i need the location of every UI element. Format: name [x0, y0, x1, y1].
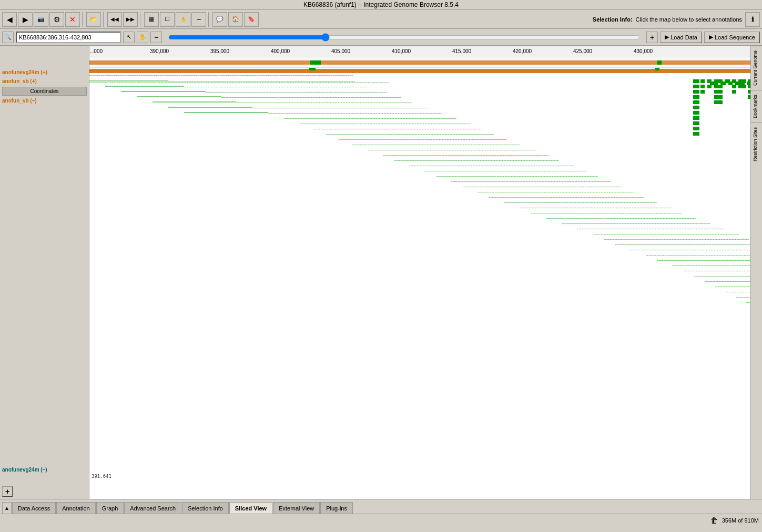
svg-text:←←←←←←←←←←←←←←←←←←←←←←←←←←←←←←: ←←←←←←←←←←←←←←←←←←←←←←←←←←←←←←←←←←←←←←←←… [684, 269, 750, 272]
ruler-tick-3: 395,000 [210, 48, 229, 54]
svg-text:←←←←←←←←←←←←←←←←←←←←←←←←←←←←←←: ←←←←←←←←←←←←←←←←←←←←←←←←←←←←←←←←←←←←←←←←… [300, 122, 471, 125]
open-button[interactable]: 📂 [86, 12, 101, 27]
svg-text:←←←←←←←←←←←←←←←←←←←←←←←←←←←←←←: ←←←←←←←←←←←←←←←←←←←←←←←←←←←←←←←←←←←←←←←←… [715, 285, 750, 288]
bookmark-button[interactable]: 🔖 [244, 12, 259, 27]
hand-mode-button[interactable]: ✋ [137, 32, 148, 43]
tab-arrow-button[interactable]: ▲ [2, 502, 12, 514]
track-label-anofunevg24m-plus[interactable]: anofunevg24m (+) [0, 68, 89, 77]
home-button[interactable]: 🏠 [228, 12, 243, 27]
zoom-out-button[interactable]: − [191, 12, 206, 27]
svg-text:←←←←←←←←←←←←←←←←←←←←←←←←←←←←←←: ←←←←←←←←←←←←←←←←←←←←←←←←←←←←←←←←←←←←←←←←… [451, 180, 611, 183]
svg-rect-26 [700, 85, 705, 88]
svg-rect-71 [693, 121, 699, 125]
svg-rect-27 [707, 85, 712, 88]
toolbar: ◀ ▶ 📷 ⚙ ✕ 📂 ◀◀ ▶▶ ▦ ☐ ✋ − 💬 🏠 🔖 Selectio… [0, 10, 762, 29]
svg-text:←←←+←←←←←+←←←←←←←←←←←←←←←←←+←←: ←←←+←←←←←+←←←←←←←←←←←←←←←←←+←←←←←←←←←←←←… [89, 73, 353, 77]
layout-button[interactable]: ▦ [144, 12, 159, 27]
settings-button[interactable]: ⚙ [49, 12, 64, 27]
svg-rect-39 [732, 90, 736, 94]
svg-rect-1 [309, 68, 316, 70]
svg-text:←←←←←←←←←←←←←←←←←←←←←←←←←←←←←←: ←←←←←←←←←←←←←←←←←←←←←←←←←←←←←←←←←←←←←←←←… [477, 190, 634, 193]
toolbar-separator [82, 12, 84, 27]
back-button[interactable]: ◀ [2, 12, 17, 27]
nav-back-button[interactable]: ◀◀ [107, 12, 122, 27]
svg-rect-0 [89, 69, 750, 73]
zoom-plus-button[interactable]: + [646, 32, 658, 43]
tab-graph[interactable]: Graph [96, 502, 124, 514]
track-label-anofun-vb-plus[interactable]: anofun_vb (+) [0, 77, 89, 86]
svg-text:←←←←←←←←←←←←←←←←←←←←←←←←←←←←←←: ←←←←←←←←←←←←←←←←←←←←←←←←←←←←←←←←←←←←←←←←… [615, 243, 750, 246]
svg-rect-75 [693, 127, 699, 130]
svg-rect-25 [693, 85, 699, 88]
tab-plug-ins[interactable]: Plug-ins [320, 502, 353, 514]
tab-sliced-view[interactable]: Sliced View [229, 502, 272, 514]
title-bar: KB668836 (afunf1) – Integrated Genome Br… [0, 0, 762, 10]
svg-text:←←←←←←←←←←←←←←←←←←←←←←←←←←←←←←: ←←←←←←←←←←←←←←←←←←←←←←←←←←←←←←←←←←←←←←←←… [694, 274, 750, 278]
select-mode-button[interactable]: ↖ [123, 32, 135, 43]
overview-green-1 [310, 60, 321, 65]
svg-text:391,641: 391,641 [92, 474, 111, 479]
svg-rect-17 [725, 79, 730, 83]
tab-current-genome[interactable]: Current Genome [751, 46, 763, 90]
toolbar-separator-4 [208, 12, 210, 27]
svg-rect-58 [693, 106, 699, 109]
svg-text:←←←←←←←←←←←←←←←←←←←←←←←←←←←←←←: ←←←←←←←←←←←←←←←←←←←←←←←←←←←←←←←←←←←←←←←←… [368, 148, 536, 151]
zoom-minus-button[interactable]: 🔍 [2, 32, 14, 43]
svg-rect-67 [693, 116, 699, 120]
svg-text:←←←←←←←←←←←←←←←←←←←←←←←←←←←←←←: ←←←←←←←←←←←←←←←←←←←←←←←←←←←←←←←←←←←←←←←←… [168, 80, 355, 83]
tab-bookmarks[interactable]: Bookmarks [751, 90, 763, 122]
info-button[interactable]: ℹ [745, 12, 760, 27]
status-bar: 🗑 356M of 910M [0, 514, 762, 526]
tab-advanced-search[interactable]: Advanced Search [124, 502, 181, 514]
load-sequence-button[interactable]: ▶ Load Sequence [704, 32, 760, 43]
close-button[interactable]: ✕ [65, 12, 80, 27]
svg-rect-16 [714, 79, 723, 83]
nav-forward-button[interactable]: ▶▶ [123, 12, 138, 27]
tracks-container[interactable]: ←←←+←←←←←+←←←←←←←←←←←←←←←←←+←←←←←←←←←←←←… [89, 68, 750, 499]
select-tool-button[interactable]: ☐ [160, 12, 175, 27]
tab-data-access[interactable]: Data Access [12, 502, 56, 514]
svg-text:←←←←←←←←←←←←←←←←←←←←←←←←←←←←←←: ←←←←←←←←←←←←←←←←←←←←←←←←←←←←←←←←←←←←←←←←… [221, 96, 401, 99]
svg-text:←←←←←←←←←←←←←←←←←←←←←←←←←←←←←←: ←←←←←←←←←←←←←←←←←←←←←←←←←←←←←←←←←←←←←←←←… [593, 232, 739, 236]
svg-text:←←←←←←←←←←←←←←←←←←←←←←←←←←←←←←: ←←←←←←←←←←←←←←←←←←←←←←←←←←←←←←←←←←←←←←←←… [394, 159, 559, 162]
ruler-tick-7: 415,000 [452, 48, 471, 54]
overview-track[interactable] [89, 57, 750, 68]
svg-text:←←←←←←←←←←←←←←←←←←←←←←←←←←←←←←: ←←←←←←←←←←←←←←←←←←←←←←←←←←←←←←←←←←←←←←←←… [352, 143, 520, 146]
reads-area: ←←←←←←←←←←←←←←←←←←←←←←←←←←←←←←←←←←←←←←←←… [89, 79, 750, 479]
genome-display: ...000 390,000 395,000 400,000 405,000 4… [89, 46, 750, 499]
zoom-in-button[interactable]: − [150, 32, 162, 43]
svg-rect-30 [738, 85, 746, 88]
svg-rect-79 [693, 132, 699, 136]
overview-orange-bar [89, 60, 750, 65]
svg-rect-36 [693, 90, 699, 94]
svg-text:←←←←←←←←←←←←←←←←←←←←←←←←←←←←←←: ←←←←←←←←←←←←←←←←←←←←←←←←←←←←←←←←←←←←←←←←… [646, 253, 750, 257]
svg-text:←←←←←←←←←←←←←←←←←←←←←←←←←←←←←←: ←←←←←←←←←←←←←←←←←←←←←←←←←←←←←←←←←←←←←←←←… [520, 206, 672, 209]
screenshot-button[interactable]: 📷 [34, 12, 48, 27]
location-input[interactable] [16, 32, 121, 43]
move-tool-button[interactable]: ✋ [176, 12, 190, 27]
track-label-anofunevg24m-minus[interactable]: anofunevg24m (–) [0, 466, 89, 474]
selection-info-label: Selection Info: [593, 16, 633, 23]
svg-text:←←←←←←←←←←←←←←←←←←←←←←←←←←←←←←: ←←←←←←←←←←←←←←←←←←←←←←←←←←←←←←←←←←←←←←←←… [746, 301, 750, 304]
selection-info-area: Selection Info: Click the map below to s… [593, 12, 760, 27]
track-label-coordinates: Coordinates [2, 87, 87, 96]
svg-rect-13 [693, 79, 699, 83]
svg-text:←←←←←←←←←←←←←←←←←←←←←←←←←←←←←←: ←←←←←←←←←←←←←←←←←←←←←←←←←←←←←←←←←←←←←←←←… [531, 211, 682, 214]
svg-text:←←←←←←←←←←←←←←←←←←←←←←←←←←←←←←: ←←←←←←←←←←←←←←←←←←←←←←←←←←←←←←←←←←←←←←←←… [630, 248, 750, 251]
add-track-btn[interactable]: + [2, 486, 13, 497]
forward-button[interactable]: ▶ [18, 12, 33, 27]
track-label-anofun-vb-minus[interactable]: anofun_vb (–) [0, 97, 89, 105]
svg-text:←←←←←←←←←←←←←←←←←←←←←←←←←←←←←←: ←←←←←←←←←←←←←←←←←←←←←←←←←←←←←←←←←←←←←←←←… [672, 264, 750, 267]
tab-selection-info[interactable]: Selection Info [182, 502, 229, 514]
svg-text:←←←←←←←←←←←←←←←←←←←←←←←←←←←←←←: ←←←←←←←←←←←←←←←←←←←←←←←←←←←←←←←←←←←←←←←←… [205, 90, 387, 94]
comment-button[interactable]: 💬 [212, 12, 227, 27]
tab-restriction-sites[interactable]: Restriction Sites [751, 122, 763, 166]
svg-text:←←←←←←←←←←←←←←←←←←←←←←←←←←←←←←: ←←←←←←←←←←←←←←←←←←←←←←←←←←←←←←←←←←←←←←←←… [313, 127, 482, 130]
load-sequence-label: Load Sequence [715, 34, 755, 40]
tab-external-view[interactable]: External View [273, 502, 320, 514]
svg-text:←←←←←←←←←←←←←←←←←←←←←←←←←←←←←←: ←←←←←←←←←←←←←←←←←←←←←←←←←←←←←←←←←←←←←←←←… [726, 290, 750, 293]
zoom-slider[interactable] [168, 33, 640, 42]
load-data-button[interactable]: ▶ Load Data [660, 32, 702, 43]
ruler-tick-4: 400,000 [271, 48, 290, 54]
tab-annotation[interactable]: Annotation [56, 502, 96, 514]
